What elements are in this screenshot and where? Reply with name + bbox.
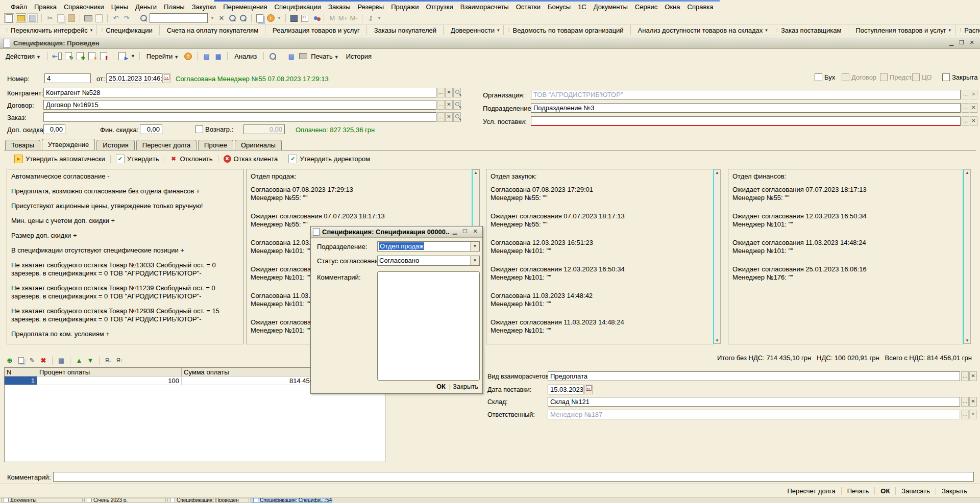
tab[interactable]: Пересчет долга bbox=[136, 140, 197, 150]
print-icon[interactable] bbox=[84, 14, 93, 22]
sort-asc-icon[interactable]: Я↓ bbox=[104, 356, 113, 365]
menu-item[interactable]: Документы bbox=[590, 2, 631, 12]
menu-item[interactable]: Бонусы bbox=[544, 2, 574, 12]
menu-item[interactable]: Файл bbox=[7, 2, 31, 12]
dialog-status-combo[interactable]: Согласовано ▼ bbox=[377, 256, 480, 266]
menu-item[interactable]: Продажи bbox=[387, 2, 422, 12]
responsible-select-button[interactable]: … bbox=[961, 410, 969, 419]
uslovia-select-button[interactable]: … bbox=[962, 116, 969, 126]
list-settings-icon[interactable]: ▤ bbox=[202, 52, 211, 61]
commandbar-item[interactable]: Поступления товаров и услуг ▾ bbox=[848, 25, 955, 35]
menu-item[interactable]: Остатки bbox=[512, 2, 544, 12]
date-field[interactable]: 25.01.2023 10:46:54 bbox=[106, 73, 162, 83]
tab[interactable]: Оригиналы bbox=[235, 140, 282, 150]
fin-skidka-field[interactable]: 0,00 bbox=[140, 124, 162, 134]
window-close-icon[interactable]: ✕ bbox=[967, 39, 977, 47]
goto-menu-button[interactable]: Перейти▼ bbox=[144, 52, 181, 61]
zakaz-clear-button[interactable]: ✕ bbox=[445, 112, 453, 122]
dialog-close-button[interactable]: Закрыть bbox=[453, 383, 478, 390]
menu-item[interactable]: Правка bbox=[31, 2, 60, 12]
uslovia-field[interactable] bbox=[531, 116, 961, 126]
cut-icon[interactable]: ✂ bbox=[45, 14, 55, 22]
row-delete-icon[interactable]: ✖ bbox=[39, 356, 48, 365]
purchase-panel-scrollbar[interactable]: ▲▼ bbox=[713, 169, 721, 344]
dop-skidka-field[interactable]: 0,00 bbox=[43, 124, 65, 134]
service-settings-icon[interactable]: ⚷ bbox=[366, 14, 375, 22]
set-time-icon[interactable]: ● bbox=[87, 52, 97, 61]
date-calendar-icon[interactable] bbox=[162, 73, 170, 83]
approval-button[interactable]: Утвердить bbox=[110, 155, 164, 163]
purchase-approval-panel[interactable]: Отдел закупок: Согласована 07.08.2023 17… bbox=[486, 169, 714, 344]
memory-minus-button[interactable]: M- bbox=[349, 14, 358, 22]
post-document-icon[interactable]: ⇤ bbox=[52, 52, 62, 61]
print-preview-icon[interactable] bbox=[94, 14, 104, 22]
sklad-field[interactable]: Склад №121 bbox=[548, 397, 960, 407]
dialog-comment-field[interactable] bbox=[377, 271, 480, 381]
info-icon[interactable]: i bbox=[266, 14, 275, 22]
menu-item[interactable]: Взаиморасчеты bbox=[457, 2, 512, 12]
sklad-select-button[interactable]: … bbox=[961, 397, 969, 407]
menu-item[interactable]: Справка bbox=[684, 2, 717, 12]
footer-button[interactable]: Записать bbox=[895, 487, 936, 495]
info-dropdown-icon[interactable]: ▼ bbox=[277, 14, 282, 22]
combo-dropdown-icon[interactable]: ▼ bbox=[470, 242, 479, 251]
row-up-icon[interactable]: ▲ bbox=[75, 356, 84, 365]
search-dropdown-icon[interactable]: ▼ bbox=[209, 14, 215, 22]
print-doc-icon[interactable] bbox=[298, 52, 308, 61]
dogovor-select-button[interactable]: … bbox=[437, 100, 445, 110]
form-settings-icon[interactable]: ▦ bbox=[213, 52, 223, 61]
menu-item[interactable]: Спецификации bbox=[271, 2, 325, 12]
commandbar-item[interactable]: ⁞ Ведомость по товарам организаций bbox=[504, 25, 630, 35]
approval-button[interactable]: Утвердить директором bbox=[283, 155, 375, 163]
org-clear-button[interactable]: ✕ bbox=[970, 90, 977, 99]
open-icon[interactable] bbox=[16, 13, 26, 23]
tab[interactable]: Товары bbox=[5, 140, 40, 150]
preview-icon[interactable] bbox=[268, 52, 278, 61]
taskbar-button[interactable]: Документы bbox=[1, 498, 83, 502]
report-icon[interactable]: ▤ bbox=[286, 52, 296, 61]
checkbox-buh[interactable]: Бух bbox=[815, 73, 835, 81]
history-button[interactable]: История bbox=[344, 52, 374, 61]
commandbar-item[interactable]: ⁞ Заказ поставщикам bbox=[772, 25, 849, 35]
kontragent-select-button[interactable]: … bbox=[437, 88, 445, 97]
paste-icon[interactable] bbox=[67, 14, 76, 22]
table-settings-icon[interactable]: ▦ bbox=[57, 356, 66, 365]
comment-field[interactable] bbox=[53, 472, 974, 482]
finance-panel-scrollbar[interactable]: ▲▼ bbox=[963, 169, 971, 344]
row-add-icon[interactable]: ⊕ bbox=[5, 356, 14, 365]
number-field[interactable]: 4 bbox=[44, 73, 91, 83]
dialog-close-icon[interactable]: ✕ bbox=[470, 228, 480, 236]
movements-icon[interactable]: ▶ bbox=[117, 52, 127, 61]
search-icon[interactable] bbox=[139, 14, 148, 22]
dialog-maximize-icon[interactable]: ☐ bbox=[460, 228, 470, 236]
menu-item[interactable]: Резервы bbox=[354, 2, 388, 12]
menu-item[interactable]: Планы bbox=[160, 2, 188, 12]
vid-select-button[interactable]: … bbox=[961, 371, 969, 381]
podrazdelenie-select-button[interactable]: … bbox=[962, 103, 969, 113]
search-input[interactable] bbox=[150, 13, 208, 23]
menu-item[interactable]: Цены bbox=[108, 2, 132, 12]
dogovor-clear-button[interactable]: ✕ bbox=[445, 100, 453, 110]
menu-item[interactable]: Окна bbox=[661, 2, 683, 12]
memory-plus-button[interactable]: M+ bbox=[338, 14, 348, 22]
footer-button[interactable]: Пересчет долга bbox=[781, 487, 841, 495]
find-next-icon[interactable] bbox=[228, 14, 237, 22]
approval-button[interactable]: Утвердить автоматически bbox=[9, 155, 110, 163]
kontragent-clear-button[interactable]: ✕ bbox=[445, 88, 453, 97]
org-select-button[interactable]: … bbox=[962, 90, 969, 99]
save-icon[interactable] bbox=[28, 13, 38, 23]
taskbar-button[interactable]: Спецификация: Специфи...:54 bbox=[251, 498, 332, 502]
footer-button[interactable]: Печать bbox=[841, 487, 875, 495]
service-dropdown-icon[interactable]: ▼ bbox=[377, 14, 382, 22]
podrazdelenie-clear-button[interactable]: ✕ bbox=[970, 103, 977, 113]
dialog-podrazdelenie-combo[interactable]: Отдел продаж ▼ bbox=[377, 241, 480, 252]
commandbar-item[interactable]: Счета на оплату покупателям bbox=[160, 25, 265, 35]
find-prev-icon[interactable] bbox=[238, 14, 248, 22]
menu-item[interactable]: Перемещения bbox=[219, 2, 271, 12]
approval-button[interactable]: Отказ клиента bbox=[218, 155, 283, 163]
commandbar-item[interactable]: ⁞ Спецификации bbox=[97, 25, 160, 35]
podrazdelenie-field[interactable]: Подразделение №3 bbox=[531, 103, 961, 113]
voznagr-checkbox[interactable]: Вознагр.: bbox=[195, 125, 233, 133]
commandbar-item[interactable]: ⁞ Переключить интерфейс ▾ bbox=[2, 25, 97, 35]
sort-desc-icon[interactable]: Я↑ bbox=[115, 356, 124, 365]
